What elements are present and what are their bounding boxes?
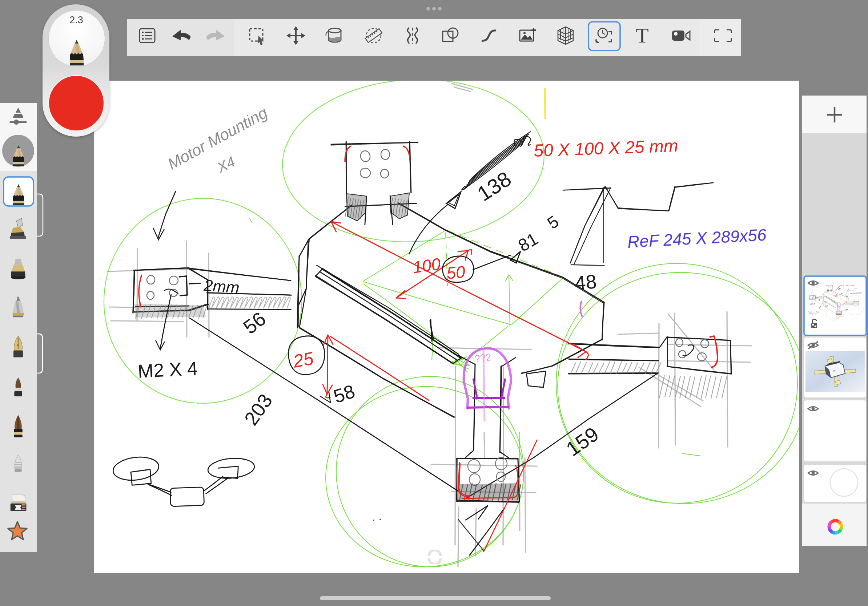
svg-text:56: 56	[239, 308, 270, 338]
svg-text:ReF 245 X 289x56: ReF 245 X 289x56	[627, 225, 767, 251]
svg-text:X4: X4	[214, 153, 237, 175]
svg-text:25: 25	[291, 348, 315, 372]
svg-text:50 X 100 X 25 mm: 50 X 100 X 25 mm	[533, 136, 678, 160]
svg-text:81: 81	[515, 229, 542, 255]
svg-text:2mm: 2mm	[203, 276, 240, 297]
svg-text:159: 159	[562, 422, 603, 461]
svg-text:58: 58	[331, 380, 357, 407]
svg-text:5: 5	[544, 212, 562, 232]
svg-text:50: 50	[446, 262, 466, 283]
svg-text:203: 203	[240, 390, 277, 429]
svg-text:??2: ??2	[474, 351, 493, 365]
svg-text:25: 25	[833, 369, 837, 373]
svg-text:48: 48	[574, 270, 598, 294]
svg-text:100: 100	[411, 254, 442, 277]
svg-text:M2 X 4: M2 X 4	[137, 357, 198, 382]
svg-text:T: T	[636, 24, 648, 47]
